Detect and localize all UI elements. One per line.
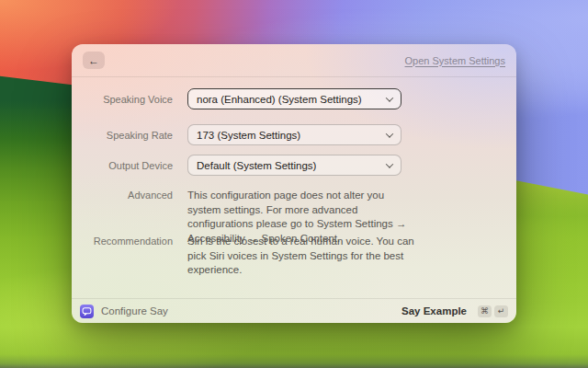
say-example-button[interactable]: Say Example [401, 305, 467, 316]
open-system-settings-link[interactable]: Open System Settings [405, 55, 505, 66]
chevron-down-icon [386, 130, 393, 137]
output-device-row: Output Device Default (System Settings) [72, 155, 516, 176]
app-name: Configure Say [101, 305, 168, 316]
recommendation-info-row: Recommendation Siri is the closest to a … [72, 235, 419, 278]
speaking-voice-value: nora (Enhanced) (System Settings) [197, 94, 362, 105]
back-button[interactable]: ← [83, 52, 105, 69]
chevron-down-icon [386, 160, 393, 167]
output-device-label: Output Device [86, 160, 173, 171]
recommendation-label: Recommendation [86, 235, 173, 247]
speaking-voice-select[interactable]: nora (Enhanced) (System Settings) [187, 88, 401, 109]
speaking-voice-label: Speaking Voice [86, 94, 173, 105]
output-device-select[interactable]: Default (System Settings) [187, 155, 401, 176]
command-key-icon: ⌘ [478, 305, 492, 317]
chevron-down-icon [386, 94, 393, 101]
window-footer: Configure Say Say Example ⌘ ↵ [72, 298, 516, 323]
return-key-icon: ↵ [494, 305, 508, 317]
window-header: ← Open System Settings [72, 44, 516, 77]
back-arrow-icon: ← [88, 54, 99, 67]
speaking-rate-row: Speaking Rate 173 (System Settings) [72, 124, 516, 145]
speaking-voice-row: Speaking Voice nora (Enhanced) (System S… [72, 88, 516, 109]
output-device-value: Default (System Settings) [197, 160, 316, 171]
configure-say-window: ← Open System Settings Speaking Voice no… [72, 44, 516, 323]
speech-bubble-icon [80, 305, 94, 318]
recommendation-text: Siri is the closest to a real human voic… [187, 235, 419, 278]
speaking-rate-select[interactable]: 173 (System Settings) [187, 124, 401, 145]
footer-actions: Say Example ⌘ ↵ [401, 305, 508, 317]
advanced-label: Advanced [86, 189, 173, 201]
speaking-rate-label: Speaking Rate [86, 130, 173, 141]
speaking-rate-value: 173 (System Settings) [197, 130, 300, 141]
